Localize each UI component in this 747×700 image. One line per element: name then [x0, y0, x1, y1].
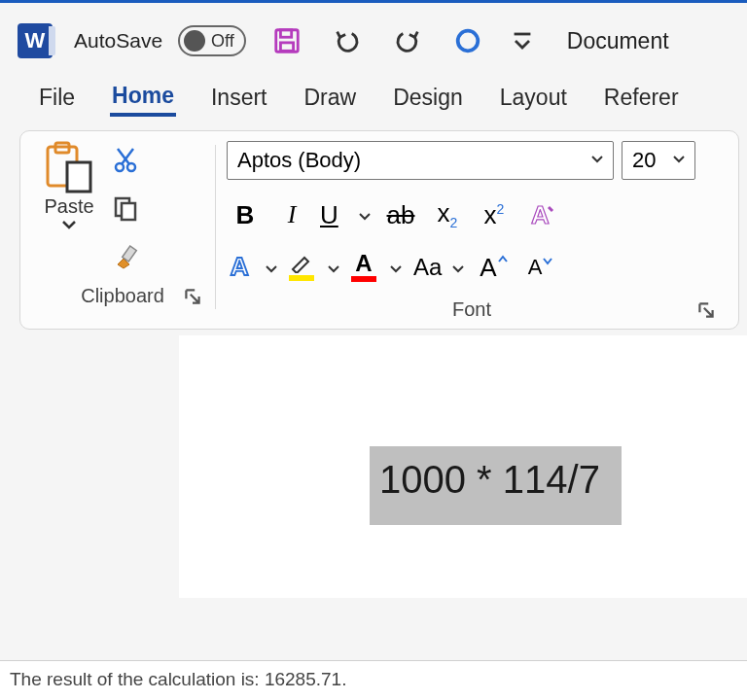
svg-rect-14 [123, 246, 137, 262]
chevron-down-icon [450, 253, 466, 283]
change-case-button[interactable]: Aa [413, 250, 466, 285]
status-text: The result of the calculation is: 16285.… [10, 669, 346, 689]
text-effects-button[interactable]: A [522, 197, 559, 232]
svg-rect-2 [280, 43, 293, 51]
grow-font-button[interactable]: A [476, 250, 513, 285]
underline-button[interactable]: U [320, 197, 373, 232]
svg-text:A: A [531, 200, 550, 229]
titlebar: W AutoSave Off Document [0, 3, 747, 79]
outline-a-icon: A [227, 253, 256, 282]
dialog-launcher-icon [695, 299, 717, 321]
change-case-icon: Aa [413, 254, 442, 281]
group-clipboard: Paste [30, 141, 215, 327]
chevron-down-bar-icon [509, 26, 536, 55]
tab-file[interactable]: File [37, 81, 77, 115]
copy-icon [112, 194, 139, 222]
paintbrush-icon [112, 243, 139, 270]
circle-ring-icon [453, 26, 482, 55]
document-area: 1000 * 114/7 [0, 335, 747, 598]
clipboard-paste-icon [42, 141, 96, 193]
paste-button[interactable] [42, 141, 96, 193]
svg-rect-13 [122, 203, 135, 220]
redo-button[interactable] [388, 21, 427, 60]
word-app-icon: W [18, 23, 53, 58]
italic-icon: I [288, 200, 297, 229]
superscript-icon: x2 [484, 200, 505, 230]
save-icon [272, 26, 302, 55]
font-name-combo[interactable]: Aptos (Body) [227, 141, 614, 180]
qat-customize-button[interactable] [509, 21, 536, 60]
ribbon-tabs: File Home Insert Draw Design Layout Refe… [0, 79, 747, 130]
autosave-state: Off [211, 31, 234, 52]
tab-home[interactable]: Home [110, 79, 176, 117]
group-font: Aptos (Body) 20 B I U ab x2 [215, 141, 729, 327]
word-app-initial: W [25, 28, 46, 53]
selected-text[interactable]: 1000 * 114/7 [370, 446, 622, 525]
autosave-label: AutoSave [74, 29, 162, 52]
chevron-down-icon [388, 253, 404, 283]
svg-text:A: A [231, 253, 249, 281]
chevron-down-icon [264, 253, 279, 283]
superscript-button[interactable]: x2 [476, 197, 513, 232]
undo-icon [333, 26, 362, 55]
shrink-font-button[interactable]: A [522, 250, 559, 285]
font-size-dropdown-icon [671, 147, 687, 172]
font-color-button[interactable]: A [351, 250, 404, 285]
font-size-value: 20 [632, 148, 656, 173]
tab-insert[interactable]: Insert [209, 81, 269, 115]
bold-icon: B [236, 200, 255, 230]
format-painter-button[interactable] [108, 242, 143, 271]
paste-label: Paste [44, 195, 93, 218]
cut-button[interactable] [108, 145, 143, 174]
copy-button[interactable] [108, 193, 143, 223]
highlight-icon [289, 254, 314, 281]
chevron-down-icon [326, 253, 341, 283]
tab-design[interactable]: Design [391, 81, 465, 115]
font-launcher[interactable] [695, 299, 717, 321]
bold-button[interactable]: B [227, 197, 264, 232]
toggle-knob-icon [184, 30, 205, 52]
svg-point-3 [457, 31, 478, 52]
outline-text-button[interactable]: A [227, 250, 279, 285]
chevron-down-icon [60, 218, 78, 231]
tab-references[interactable]: Referer [602, 81, 681, 115]
page-gutter [0, 335, 179, 598]
dialog-launcher-icon [182, 286, 203, 307]
ribbon: Paste [19, 130, 739, 330]
subscript-button[interactable]: x2 [429, 197, 466, 232]
coach-button[interactable] [448, 21, 487, 60]
undo-button[interactable] [328, 21, 367, 60]
chevron-down-icon [357, 200, 373, 230]
document-page[interactable]: 1000 * 114/7 [179, 335, 747, 598]
font-name-dropdown-icon [589, 147, 605, 172]
grow-font-icon: A [480, 253, 508, 283]
font-group-label: Font [452, 298, 491, 321]
save-button[interactable] [267, 21, 306, 60]
font-size-combo[interactable]: 20 [622, 141, 695, 180]
svg-rect-7 [67, 162, 90, 192]
tab-draw[interactable]: Draw [302, 81, 359, 115]
italic-button[interactable]: I [273, 197, 310, 232]
shrink-font-icon: A [528, 255, 554, 280]
document-title: Document [567, 28, 669, 54]
strikethrough-icon: ab [387, 200, 415, 230]
svg-rect-1 [280, 30, 291, 38]
status-bar: The result of the calculation is: 16285.… [0, 660, 747, 700]
paste-dropdown[interactable] [60, 218, 78, 235]
redo-icon [393, 26, 422, 55]
autosave-toggle[interactable]: Off [178, 25, 246, 56]
clipboard-group-label: Clipboard [81, 285, 164, 307]
font-name-value: Aptos (Body) [237, 148, 361, 173]
font-color-icon: A [351, 253, 376, 282]
highlight-button[interactable] [289, 250, 341, 285]
clipboard-launcher[interactable] [182, 286, 203, 307]
text-effects-icon: A [525, 199, 556, 230]
subscript-icon: x2 [438, 198, 458, 230]
underline-icon: U [320, 200, 338, 230]
tab-layout[interactable]: Layout [498, 81, 569, 115]
strikethrough-button[interactable]: ab [382, 197, 419, 232]
scissors-icon [112, 146, 139, 173]
